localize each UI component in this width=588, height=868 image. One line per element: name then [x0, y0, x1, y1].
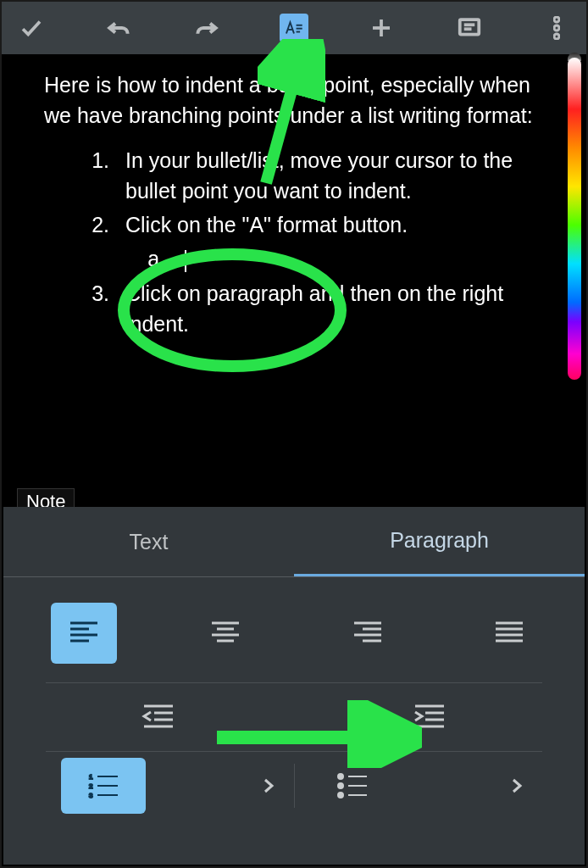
- top-toolbar: [2, 2, 586, 54]
- list-item[interactable]: In your bullet/list, move your cursor to…: [115, 145, 544, 207]
- numbered-list-button[interactable]: 123: [61, 758, 146, 814]
- increase-indent-button[interactable]: [408, 696, 451, 738]
- alignment-row: [46, 599, 542, 667]
- list-item[interactable]: Click on the "A" format button.: [115, 209, 544, 275]
- intro-paragraph[interactable]: Here is how to indent a bullet point, es…: [44, 70, 544, 131]
- comment-icon[interactable]: [455, 14, 484, 42]
- bulleted-list-button[interactable]: [310, 758, 395, 814]
- text-cursor: [185, 250, 186, 272]
- svg-text:3: 3: [89, 792, 93, 799]
- paragraph-pane: 123: [3, 577, 585, 820]
- svg-point-10: [554, 34, 559, 39]
- svg-point-8: [554, 17, 559, 22]
- undo-icon[interactable]: [104, 14, 133, 42]
- svg-rect-5: [459, 19, 479, 35]
- more-icon[interactable]: [542, 14, 571, 42]
- svg-text:2: 2: [89, 782, 93, 790]
- list-item[interactable]: [171, 243, 544, 274]
- insert-icon[interactable]: [367, 14, 396, 42]
- svg-point-41: [338, 774, 343, 779]
- redo-icon[interactable]: [192, 14, 221, 42]
- bulleted-list-more-icon[interactable]: [507, 776, 527, 796]
- numbered-list-more-icon[interactable]: [258, 776, 279, 796]
- nested-list[interactable]: [125, 243, 544, 274]
- align-left-button[interactable]: [51, 603, 117, 664]
- accept-icon[interactable]: [17, 14, 46, 42]
- align-right-button[interactable]: [335, 603, 401, 664]
- tab-text[interactable]: Text: [3, 507, 294, 576]
- rainbow-scrollbar[interactable]: [568, 58, 581, 380]
- svg-point-9: [554, 25, 559, 31]
- document-body[interactable]: Here is how to indent a bullet point, es…: [2, 54, 586, 529]
- svg-text:1: 1: [89, 773, 93, 781]
- panel-tabs: Text Paragraph: [3, 507, 585, 576]
- format-panel: Text Paragraph: [3, 507, 585, 865]
- list-item[interactable]: Click on paragraph and then on the right…: [115, 278, 544, 340]
- align-center-button[interactable]: [193, 603, 259, 664]
- align-justify-button[interactable]: [477, 603, 543, 664]
- svg-point-42: [338, 783, 343, 788]
- list-row: 123: [46, 752, 542, 820]
- svg-point-43: [338, 793, 343, 798]
- indent-row: [46, 683, 542, 751]
- numbered-list[interactable]: In your bullet/list, move your cursor to…: [44, 145, 544, 340]
- text-format-button[interactable]: [280, 14, 308, 42]
- tab-paragraph[interactable]: Paragraph: [294, 507, 585, 576]
- decrease-indent-button[interactable]: [137, 696, 180, 738]
